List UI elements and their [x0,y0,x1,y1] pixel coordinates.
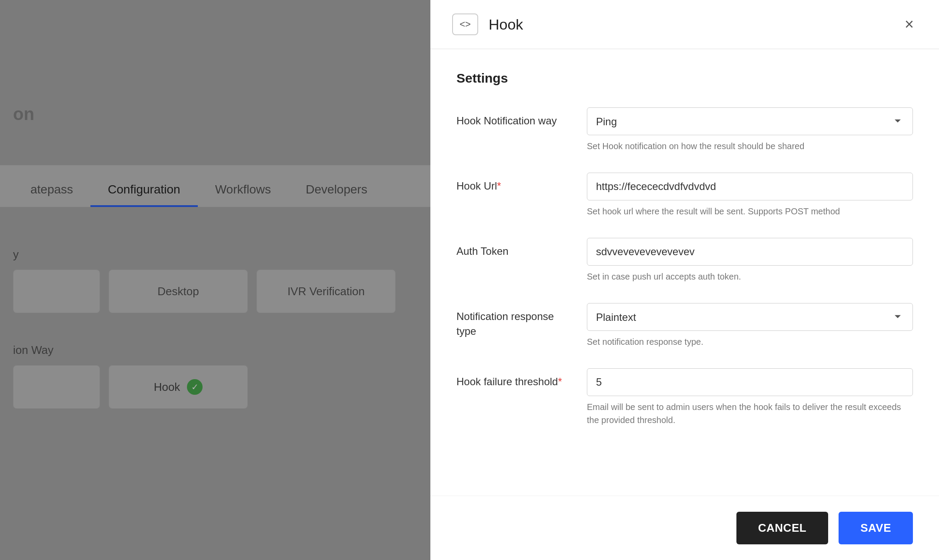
form-row-response-type: Notification response type Plaintext JSO… [456,303,913,348]
code-icon-label: <> [460,19,471,30]
field-wrap-response-type: Plaintext JSON XML Set notification resp… [587,303,913,348]
panel-body: Settings Hook Notification way Ping Push… [430,49,939,496]
label-failure-threshold: Hook failure threshold* [456,368,569,389]
label-response-type: Notification response type [456,303,569,338]
cancel-button[interactable]: CANCEL [736,512,828,544]
side-panel: <> Hook × Settings Hook Notification way… [430,0,939,560]
select-hook-notification-way[interactable]: Ping Push Pull [587,107,913,135]
required-asterisk-threshold: * [558,376,562,387]
input-hook-failure-threshold[interactable] [587,368,913,396]
field-wrap-auth-token: Set in case push url accepts auth token. [587,238,913,283]
overlay-dim [0,0,430,560]
hint-hook-notification-way: Set Hook notification on how the result … [587,140,913,153]
panel-title: Hook [489,16,523,33]
field-wrap-failure-threshold: Email will be sent to admin users when t… [587,368,913,427]
label-hook-url: Hook Url* [456,173,569,193]
label-hook-notification-way: Hook Notification way [456,107,569,128]
field-wrap-hook-url: Set hook url where the result will be se… [587,173,913,218]
hint-failure-threshold: Email will be sent to admin users when t… [587,400,913,427]
hint-auth-token: Set in case push url accepts auth token. [587,270,913,283]
input-hook-url[interactable] [587,173,913,200]
panel-footer: CANCEL SAVE [430,496,939,560]
field-wrap-notification-way: Ping Push Pull Set Hook notification on … [587,107,913,153]
hint-hook-url: Set hook url where the result will be se… [587,205,913,218]
hint-response-type: Set notification response type. [587,335,913,348]
form-row-notification-way: Hook Notification way Ping Push Pull Set… [456,107,913,153]
settings-title: Settings [456,71,913,86]
panel-header: <> Hook × [430,0,939,49]
save-button[interactable]: SAVE [839,512,913,544]
close-button[interactable]: × [901,13,917,36]
form-row-failure-threshold: Hook failure threshold* Email will be se… [456,368,913,427]
label-auth-token: Auth Token [456,238,569,259]
input-auth-token[interactable] [587,238,913,266]
required-asterisk-url: * [497,180,501,192]
code-icon: <> [452,13,478,35]
form-row-hook-url: Hook Url* Set hook url where the result … [456,173,913,218]
form-row-auth-token: Auth Token Set in case push url accepts … [456,238,913,283]
panel-header-left: <> Hook [452,13,523,35]
select-notification-response-type[interactable]: Plaintext JSON XML [587,303,913,331]
